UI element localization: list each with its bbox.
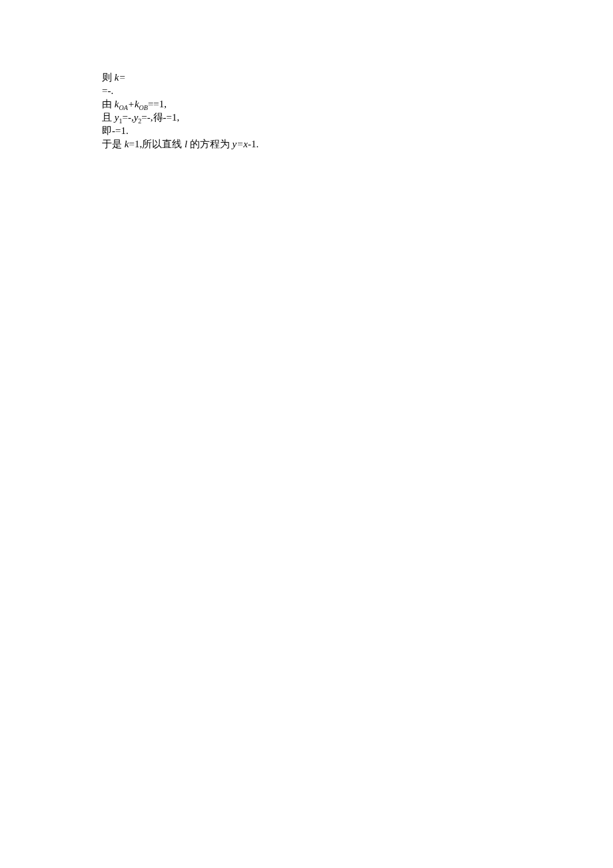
text-segment: 即-=1. — [102, 125, 129, 136]
text-segment: k — [135, 99, 139, 109]
text-segment: =- — [122, 112, 131, 123]
text-line: 由 kOA+kOB==1, — [102, 97, 515, 111]
text-line: 则 k= — [102, 71, 515, 84]
text-segment: 的方程为 — [187, 139, 233, 149]
text-line: 且 y1=-,y2=-,得-=1, — [102, 111, 515, 124]
text-segment: 1, — [159, 99, 167, 109]
text-segment: -1. — [248, 139, 259, 149]
text-segment: =1,所以直线 — [129, 139, 184, 149]
text-segment: 且 — [102, 112, 115, 123]
document-page: 则 k==-.由 kOA+kOB==1,且 y1=-,y2=-,得-=1,即-=… — [0, 0, 515, 151]
text-segment: == — [148, 99, 159, 109]
text-segment: =- — [141, 112, 150, 123]
text-segment: =-. — [102, 85, 113, 96]
text-segment: + — [128, 99, 135, 109]
text-segment: k= — [115, 72, 126, 83]
text-line: 于是 k=1,所以直线 l 的方程为 y=x-1. — [102, 137, 515, 151]
text-segment: 由 — [102, 99, 115, 109]
text-content: 则 k==-.由 kOA+kOB==1,且 y1=-,y2=-,得-=1,即-=… — [102, 71, 515, 151]
text-segment: 则 — [102, 72, 115, 83]
text-line: =-. — [102, 84, 515, 97]
text-line: 即-=1. — [102, 124, 515, 137]
text-segment: 于是 — [102, 139, 125, 149]
text-segment: ,得-=1, — [151, 112, 179, 123]
text-segment: y=x — [233, 139, 248, 149]
